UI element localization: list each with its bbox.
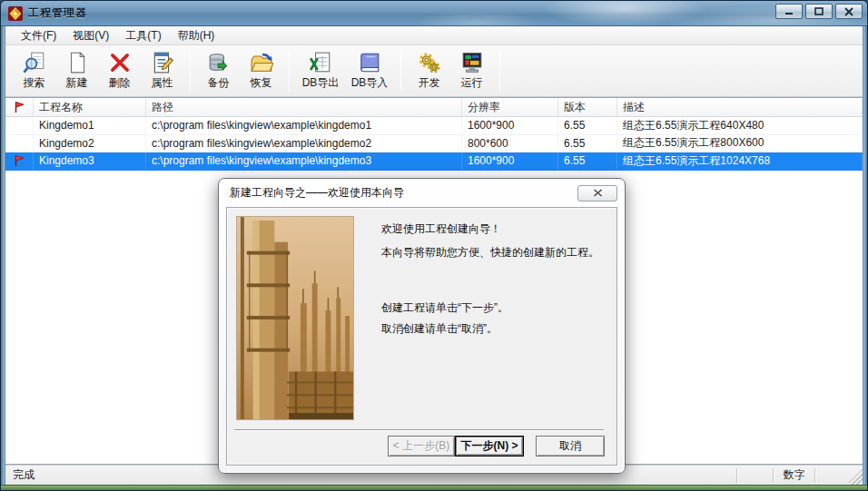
row-flag-cell <box>5 152 34 170</box>
project-resolution: 1600*900 <box>462 117 558 134</box>
menu-bar: 文件(F) 视图(V) 工具(T) 帮助(H) <box>5 26 863 45</box>
toolbar-label: DB导入 <box>351 75 389 91</box>
toolbar-separator <box>289 50 290 92</box>
restore-button[interactable]: 恢复 <box>240 48 282 93</box>
status-pane <box>736 468 773 483</box>
restore-icon <box>250 51 273 74</box>
header-resolution[interactable]: 分辨率 <box>462 98 558 116</box>
run-icon <box>460 51 484 74</box>
search-button[interactable]: 搜索 <box>13 48 55 93</box>
project-resolution: 1600*900 <box>462 152 558 170</box>
delete-icon <box>108 51 132 74</box>
properties-icon <box>151 51 174 74</box>
toolbar-separator <box>400 50 401 92</box>
project-description: 组态王6.55演示工程800X600 <box>617 135 863 152</box>
project-path: c:\program files\kingview\example\kingde… <box>146 135 462 152</box>
dialog-title: 新建工程向导之——欢迎使用本向导 <box>230 185 404 201</box>
db-import-icon <box>358 51 381 74</box>
app-logo-icon <box>8 6 23 21</box>
maximize-button[interactable] <box>805 4 833 19</box>
back-button[interactable]: < 上一步(B) <box>388 436 455 457</box>
header-version[interactable]: 版本 <box>558 98 617 116</box>
resize-grip-icon[interactable] <box>849 466 863 485</box>
project-path: c:\program files\kingview\example\kingde… <box>146 117 462 134</box>
next-button[interactable]: 下一步(N) > <box>455 436 524 457</box>
cancel-button[interactable]: 取消 <box>536 436 605 457</box>
minimize-button[interactable] <box>775 4 803 19</box>
table-row-kingdemo2[interactable]: Kingdemo2 c:\program files\kingview\exam… <box>5 135 863 153</box>
delete-button[interactable]: 删除 <box>98 48 141 93</box>
refinery-photo <box>236 216 354 420</box>
run-button[interactable]: 运行 <box>450 48 493 93</box>
new-button[interactable]: 新建 <box>55 48 98 93</box>
close-button[interactable] <box>835 4 863 19</box>
menu-tools[interactable]: 工具(T) <box>117 26 169 45</box>
menu-file[interactable]: 文件(F) <box>13 26 64 45</box>
window-bottom-border <box>1 485 867 490</box>
status-pane <box>814 468 849 483</box>
welcome-line-2: 本向导将帮助您方便、快捷的创建新的工程。 <box>381 246 607 259</box>
toolbar-label: 属性 <box>152 75 173 91</box>
project-path: c:\program files\kingview\example\kingde… <box>146 152 462 170</box>
toolbar: 搜索 新建 删除 <box>5 45 863 97</box>
menu-view[interactable]: 视图(V) <box>64 26 117 45</box>
project-description: 组态王6.55演示工程640X480 <box>617 117 863 134</box>
toolbar-label: 删除 <box>109 75 131 91</box>
num-lock-indicator: 数字 <box>773 468 814 483</box>
properties-button[interactable]: 属性 <box>141 48 183 93</box>
hint-line-2: 取消创建请单击“取消”。 <box>381 322 607 335</box>
project-description: 组态王6.55演示工程1024X768 <box>617 152 863 170</box>
new-project-wizard-dialog: 新建工程向导之——欢迎使用本向导 <box>218 178 626 474</box>
flag-icon <box>14 154 25 167</box>
window-right-border <box>863 26 867 485</box>
project-name: Kingdemo1 <box>34 117 146 134</box>
welcome-line-1: 欢迎使用工程创建向导！ <box>381 222 607 235</box>
toolbar-label: 开发 <box>419 75 440 91</box>
project-name: Kingdemo2 <box>34 135 146 152</box>
table-header: 工程名称 路径 分辨率 版本 描述 <box>5 98 863 117</box>
develop-button[interactable]: 开发 <box>408 48 450 93</box>
project-resolution: 800*600 <box>462 135 558 152</box>
menu-help[interactable]: 帮助(H) <box>170 26 223 45</box>
new-icon <box>65 51 89 74</box>
develop-icon <box>418 51 441 74</box>
header-flag-cell[interactable] <box>5 98 34 116</box>
dialog-separator <box>234 429 604 431</box>
title-bar[interactable]: 工程管理器 <box>1 1 867 26</box>
table-row-kingdemo1[interactable]: Kingdemo1 c:\program files\kingview\exam… <box>5 117 863 135</box>
db-export-button[interactable]: DB导出 <box>296 48 345 93</box>
header-project-name[interactable]: 工程名称 <box>34 98 146 116</box>
toolbar-separator <box>499 50 500 92</box>
project-version: 6.55 <box>558 135 617 152</box>
header-description[interactable]: 描述 <box>617 98 863 116</box>
project-version: 6.55 <box>558 152 617 170</box>
backup-button[interactable]: 备份 <box>197 48 240 93</box>
toolbar-label: 新建 <box>66 75 88 91</box>
flag-icon <box>14 101 25 113</box>
row-flag-cell <box>5 117 34 134</box>
search-icon <box>23 51 46 74</box>
toolbar-label: DB导出 <box>302 75 340 91</box>
toolbar-label: 备份 <box>208 75 230 91</box>
dialog-content-panel: 欢迎使用工程创建向导！ 本向导将帮助您方便、快捷的创建新的工程。 创建工程请单击… <box>226 207 617 466</box>
row-flag-cell <box>5 135 34 152</box>
header-path[interactable]: 路径 <box>146 98 462 116</box>
toolbar-separator <box>190 50 191 92</box>
toolbar-label: 搜索 <box>24 75 45 91</box>
dialog-close-button[interactable] <box>577 185 617 201</box>
window-title: 工程管理器 <box>28 5 87 21</box>
dialog-title-bar[interactable]: 新建工程向导之——欢迎使用本向导 <box>219 179 625 207</box>
backup-icon <box>207 51 231 74</box>
project-version: 6.55 <box>558 117 617 134</box>
toolbar-label: 恢复 <box>251 75 272 91</box>
project-name: Kingdemo3 <box>34 152 146 170</box>
toolbar-label: 运行 <box>461 75 483 91</box>
hint-line-1: 创建工程请单击“下一步”。 <box>381 301 607 314</box>
db-export-icon <box>309 51 332 74</box>
db-import-button[interactable]: DB导入 <box>345 48 394 93</box>
table-row-kingdemo3-selected[interactable]: Kingdemo3 c:\program files\kingview\exam… <box>5 152 863 171</box>
